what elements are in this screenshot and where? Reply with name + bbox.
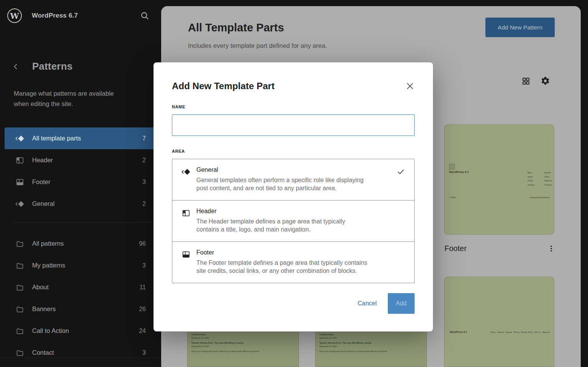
pattern-categories-nav: All patterns 96 My patterns 3 About 11 xyxy=(0,233,161,364)
add-button[interactable]: Add xyxy=(388,293,415,314)
sidebar-item-label: Header xyxy=(32,157,142,164)
sidebar-item-banners[interactable]: Banners 26 xyxy=(5,298,161,320)
area-option-title: Header xyxy=(196,208,397,215)
preview-site-title: WordPress 6.7 xyxy=(450,331,467,333)
sidebar-item-count: 96 xyxy=(139,240,146,247)
area-option-description: The Header template defines a page area … xyxy=(196,217,397,233)
sidebar-item-label: About xyxy=(32,284,139,291)
preview-site-title: WordPress 6.7 xyxy=(449,170,469,173)
name-label: NAME xyxy=(172,104,415,109)
preview-post-date: September 16, 2024 xyxy=(319,345,336,347)
footer-icon xyxy=(181,250,191,259)
footer-icon xyxy=(15,178,24,187)
symbol-icon xyxy=(15,134,24,143)
sidebar-item-footer[interactable]: Footer 3 xyxy=(5,171,161,193)
grid-view-icon[interactable] xyxy=(521,77,531,86)
folder-icon xyxy=(15,326,24,336)
sidebar-item-general[interactable]: General 2 xyxy=(5,193,161,215)
site-title: WordPress 6.7 xyxy=(32,12,140,20)
sidebar-item-label: All patterns xyxy=(32,240,139,247)
symbol-icon xyxy=(15,199,24,209)
folder-icon xyxy=(15,283,24,292)
sidebar-item-count: 26 xyxy=(139,306,146,313)
preview-copyright: © YEAR xyxy=(449,197,456,199)
sidebar-item-label: Contact xyxy=(32,349,142,356)
cancel-button[interactable]: Cancel xyxy=(358,300,377,307)
header-icon xyxy=(15,156,24,165)
preview-credit: Designed with WordPress xyxy=(530,197,550,199)
pattern-card-blog-2[interactable]: A photo blog September 23, 2024 Twenty T… xyxy=(315,332,427,367)
area-label: AREA xyxy=(172,149,415,153)
modal-title: Add New Template Part xyxy=(172,81,405,91)
area-option-description: The Footer template defines a page area … xyxy=(196,259,397,275)
sidebar-bottom-divider xyxy=(0,358,161,358)
back-chevron-icon[interactable] xyxy=(11,62,20,71)
sidebar-item-label: General xyxy=(32,200,142,207)
preview-empty-message: Sorry, but nothing was found. Please try… xyxy=(319,350,388,352)
preview-links-column: Blog About FAQs Authors xyxy=(528,171,535,187)
main-title: All Template Parts xyxy=(188,21,284,34)
area-options: General General templates often perform … xyxy=(172,159,415,283)
sidebar-item-count: 2 xyxy=(142,157,146,164)
area-option-description: General templates often perform a specif… xyxy=(196,176,397,192)
preview-empty-message: Sorry, but nothing was found. Please try… xyxy=(191,350,260,352)
sidebar-item-count: 2 xyxy=(142,201,146,207)
folder-icon xyxy=(15,348,24,357)
sidebar-item-my-patterns[interactable]: My patterns 3 xyxy=(5,254,161,276)
sidebar-divider xyxy=(14,222,155,223)
area-option-title: General xyxy=(196,166,397,173)
add-template-part-modal: Add New Template Part NAME AREA General … xyxy=(154,62,433,331)
folder-icon xyxy=(15,261,24,270)
pattern-title-footer[interactable]: Footer xyxy=(444,244,548,253)
preview-post-title: A photo blog xyxy=(319,333,333,336)
sidebar-item-label: All template parts xyxy=(32,135,142,142)
folder-icon xyxy=(15,239,24,248)
preview-nav-links: HomeCareers ContactPricing Privacy Polic… xyxy=(490,331,550,333)
main-subtitle: Includes every template part defined for… xyxy=(188,42,327,49)
check-icon xyxy=(397,168,405,176)
area-option-header[interactable]: Header The Header template defines a pag… xyxy=(172,200,414,241)
sidebar-item-all-template-parts[interactable]: All template parts 7 xyxy=(5,127,161,149)
area-option-general[interactable]: General General templates often perform … xyxy=(172,159,414,200)
symbol-icon xyxy=(181,167,191,176)
preview-post-title: Twenty Twenty-Five: The new WordPress th… xyxy=(319,342,371,344)
sidebar-item-label: Call to Action xyxy=(32,327,139,334)
preview-links-column: Events Shop Patterns Themes xyxy=(544,171,552,187)
sidebar-item-count: 11 xyxy=(139,284,146,291)
page-title: Patterns xyxy=(32,60,73,72)
sidebar-item-count: 3 xyxy=(142,179,146,186)
sidebar-item-about[interactable]: About 11 xyxy=(5,276,161,298)
search-icon[interactable] xyxy=(140,11,150,21)
add-new-pattern-button[interactable]: Add New Pattern xyxy=(485,18,555,37)
sidebar-item-count: 3 xyxy=(142,349,146,356)
preview-post-title: Twenty Twenty-Five: The new WordPress th… xyxy=(191,342,243,344)
sidebar-item-call-to-action[interactable]: Call to Action 24 xyxy=(5,320,161,342)
pattern-card-footer-2[interactable]: WordPress 6.7 HomeCareers ContactPricing… xyxy=(444,277,554,367)
gear-icon[interactable] xyxy=(541,76,550,86)
close-icon[interactable] xyxy=(405,82,415,91)
template-parts-nav: All template parts 7 Header 2 Footer 3 xyxy=(0,127,161,215)
area-option-footer[interactable]: Footer The Footer template defines a pag… xyxy=(172,241,414,283)
sidebar-item-count: 24 xyxy=(139,328,146,334)
image-placeholder xyxy=(449,164,455,170)
sidebar-description: Manage what patterns are available when … xyxy=(14,88,140,109)
sidebar-item-label: My patterns xyxy=(32,262,142,269)
folder-icon xyxy=(15,305,24,314)
pattern-card-blog[interactable]: A photo blog September 23, 2024 Twenty T… xyxy=(187,332,299,367)
sidebar-item-contact[interactable]: Contact 3 xyxy=(5,342,161,364)
sidebar-item-count: 7 xyxy=(142,135,146,142)
sidebar-item-label: Footer xyxy=(32,178,142,186)
kebab-menu-icon[interactable] xyxy=(548,245,555,253)
wordpress-logo-icon: W xyxy=(7,8,22,23)
pattern-card-footer[interactable]: WordPress 6.7 Blog About FAQs Authors Ev… xyxy=(444,124,554,235)
header-icon xyxy=(181,209,191,218)
sidebar-item-label: Banners xyxy=(32,305,139,313)
sidebar-item-header[interactable]: Header 2 xyxy=(5,149,161,171)
area-option-title: Footer xyxy=(196,249,397,256)
sidebar: W WordPress 6.7 Patterns Manage what pat… xyxy=(0,0,161,367)
preview-post-date: September 23, 2024 xyxy=(319,337,336,339)
name-input[interactable] xyxy=(172,114,415,136)
preview-post-date: September 16, 2024 xyxy=(191,345,209,347)
sidebar-item-count: 3 xyxy=(142,262,146,269)
sidebar-item-all-patterns[interactable]: All patterns 96 xyxy=(5,233,161,254)
